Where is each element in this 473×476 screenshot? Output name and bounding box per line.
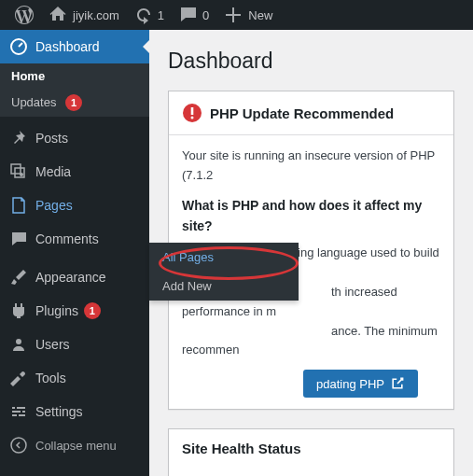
new-content-link[interactable]: New xyxy=(216,0,280,30)
updates-count: 1 xyxy=(158,8,164,22)
error-icon xyxy=(182,103,202,123)
pages-icon xyxy=(9,196,28,215)
wp-logo[interactable] xyxy=(7,0,41,30)
new-label: New xyxy=(248,8,272,22)
plugin-icon xyxy=(9,301,28,320)
menu-plugins[interactable]: Plugins 1 xyxy=(0,294,149,328)
menu-label: Tools xyxy=(35,371,66,385)
menu-label: Users xyxy=(35,337,70,352)
updates-badge: 1 xyxy=(65,94,82,111)
collapse-label: Collapse menu xyxy=(35,439,117,453)
svg-point-3 xyxy=(11,438,26,453)
comments-link[interactable]: 0 xyxy=(172,0,216,30)
menu-pages[interactable]: Pages xyxy=(0,189,149,222)
flyout-all-pages[interactable]: All Pages xyxy=(149,243,299,272)
collapse-icon xyxy=(9,436,28,455)
php-text-1: Your site is running an insecure version… xyxy=(182,147,440,186)
menu-label: Plugins xyxy=(35,303,78,318)
submenu-dashboard: Home Updates 1 xyxy=(0,63,149,117)
php-question: What is PHP and how does it affect my si… xyxy=(182,195,440,237)
menu-dashboard[interactable]: Dashboard xyxy=(0,30,149,63)
svg-point-1 xyxy=(20,173,23,176)
admin-sidebar: Dashboard Home Updates 1 Posts Media Pag… xyxy=(0,30,149,476)
pages-flyout: All Pages Add New xyxy=(149,243,299,301)
page-title: Dashboard xyxy=(168,49,454,74)
svg-point-6 xyxy=(191,117,194,119)
settings-icon xyxy=(9,402,28,421)
collapse-menu[interactable]: Collapse menu xyxy=(0,428,149,462)
plus-icon xyxy=(224,6,243,24)
menu-label: Dashboard xyxy=(35,39,100,54)
comment-icon xyxy=(179,6,198,24)
comments-count: 0 xyxy=(202,8,209,22)
submenu-updates[interactable]: Updates 1 xyxy=(0,89,149,117)
menu-settings[interactable]: Settings xyxy=(0,395,149,428)
menu-comments[interactable]: Comments xyxy=(0,222,149,256)
menu-label: Posts xyxy=(35,131,68,146)
menu-label: Pages xyxy=(35,198,73,213)
home-icon xyxy=(49,6,67,24)
updates-link[interactable]: 1 xyxy=(127,0,172,30)
users-icon xyxy=(9,335,28,354)
learn-php-button[interactable]: pdating PHP xyxy=(303,370,418,398)
svg-point-2 xyxy=(16,339,21,344)
menu-users[interactable]: Users xyxy=(0,328,149,361)
external-link-icon xyxy=(390,376,405,391)
wordpress-icon xyxy=(15,6,34,24)
card-header: Site Health Status xyxy=(169,429,453,468)
submenu-home[interactable]: Home xyxy=(0,63,149,89)
refresh-icon xyxy=(134,6,153,24)
brush-icon xyxy=(9,268,28,287)
menu-tools[interactable]: Tools xyxy=(0,361,149,395)
pin-icon xyxy=(9,129,28,147)
menu-label: Comments xyxy=(35,231,99,246)
site-health-card: Site Health Status Should be improved Yo… xyxy=(168,428,454,476)
card-header: PHP Update Recommended xyxy=(169,91,453,135)
menu-posts[interactable]: Posts xyxy=(0,121,149,155)
card-title: PHP Update Recommended xyxy=(210,105,394,121)
media-icon xyxy=(9,162,28,181)
site-home-link[interactable]: jiyik.com xyxy=(41,0,127,30)
health-body: Should be improved Your site has critiso… xyxy=(169,468,453,476)
plugins-badge: 1 xyxy=(84,302,101,319)
admin-toolbar: jiyik.com 1 0 New xyxy=(0,0,473,30)
menu-label: Media xyxy=(35,164,71,179)
tools-icon xyxy=(9,369,28,387)
dashboard-icon xyxy=(9,37,28,56)
comments-icon xyxy=(9,230,28,248)
site-name: jiyik.com xyxy=(73,8,119,22)
card-title: Site Health Status xyxy=(182,441,301,456)
flyout-add-new[interactable]: Add New xyxy=(149,272,299,301)
menu-media[interactable]: Media xyxy=(0,155,149,189)
menu-label: Appearance xyxy=(35,270,106,285)
menu-label: Settings xyxy=(35,404,83,419)
menu-appearance[interactable]: Appearance xyxy=(0,260,149,294)
svg-rect-5 xyxy=(191,107,194,115)
